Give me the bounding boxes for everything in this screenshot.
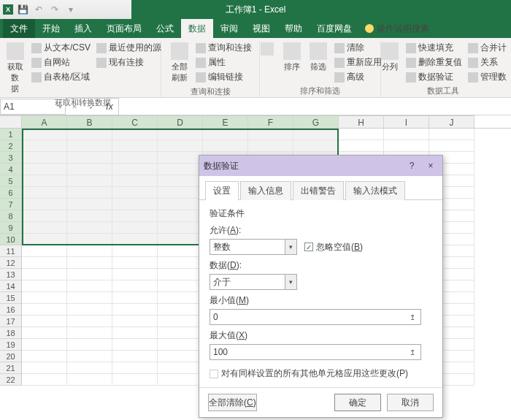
text-to-columns-button[interactable]: 分列	[378, 41, 402, 74]
row-header[interactable]: 12	[0, 257, 22, 269]
tab-input-message[interactable]: 输入信息	[240, 181, 291, 200]
edit-links-button[interactable]: 编辑链接	[194, 70, 253, 84]
cell[interactable]	[384, 129, 429, 140]
from-csv-button[interactable]: 从文本/CSV	[30, 41, 92, 55]
tell-me[interactable]: 操作说明搜索	[359, 19, 435, 38]
cell[interactable]	[158, 152, 203, 164]
col-header[interactable]: F	[248, 115, 293, 128]
range-picker-icon[interactable]: ↥	[407, 348, 418, 356]
row-header[interactable]: 7	[0, 199, 22, 210]
cell[interactable]	[22, 257, 67, 269]
cell[interactable]	[384, 140, 429, 152]
cell[interactable]	[22, 304, 67, 316]
undo-icon[interactable]: ↶	[32, 3, 45, 16]
from-web-button[interactable]: 自网站	[30, 56, 92, 69]
max-input[interactable]: 100↥	[210, 344, 421, 360]
cell[interactable]	[112, 280, 158, 292]
row-header[interactable]: 5	[0, 175, 22, 187]
cell[interactable]	[67, 210, 112, 222]
cell[interactable]	[112, 140, 158, 152]
cell[interactable]	[158, 234, 203, 245]
cell[interactable]	[67, 292, 112, 304]
cell[interactable]	[112, 199, 158, 210]
tab-data[interactable]: 数据	[181, 19, 213, 38]
advanced-button[interactable]: 高级	[333, 70, 383, 84]
cell[interactable]	[112, 362, 158, 374]
row-header[interactable]: 4	[0, 164, 22, 175]
data-select[interactable]: 介于▾	[210, 274, 297, 290]
cell[interactable]	[22, 164, 67, 175]
flash-fill-button[interactable]: 快速填充	[404, 41, 464, 55]
min-input[interactable]: 0↥	[210, 309, 421, 325]
cell[interactable]	[67, 351, 112, 362]
cell[interactable]	[158, 199, 203, 210]
chevron-down-icon[interactable]: ▾	[285, 275, 296, 289]
cell[interactable]	[22, 245, 67, 257]
queries-button[interactable]: 查询和连接	[194, 41, 253, 55]
col-header[interactable]: B	[67, 115, 112, 128]
cell[interactable]	[67, 222, 112, 234]
cell[interactable]	[158, 140, 203, 152]
data-validation-button[interactable]: 数据验证	[404, 70, 464, 84]
cell[interactable]	[67, 257, 112, 269]
dialog-help-button[interactable]: ?	[404, 161, 419, 171]
cell[interactable]	[339, 129, 384, 140]
cancel-formula-icon[interactable]: ×	[66, 99, 83, 115]
cell[interactable]	[22, 222, 67, 234]
cell[interactable]	[203, 140, 248, 152]
cell[interactable]	[112, 234, 158, 245]
col-header[interactable]: A	[22, 115, 67, 128]
cell[interactable]	[112, 129, 158, 140]
clear-all-button[interactable]: 全部清除(C)	[208, 394, 257, 411]
cell[interactable]	[22, 140, 67, 152]
recent-sources-button[interactable]: 最近使用的源	[95, 41, 163, 55]
row-header[interactable]: 19	[0, 339, 22, 351]
row-header[interactable]: 11	[0, 245, 22, 257]
remove-dup-button[interactable]: 删除重复值	[404, 56, 464, 69]
col-header[interactable]: E	[203, 115, 248, 128]
cell[interactable]	[158, 175, 203, 187]
dialog-close-button[interactable]: ×	[423, 161, 438, 171]
cell[interactable]	[158, 245, 203, 257]
tab-file[interactable]: 文件	[3, 19, 35, 38]
col-header[interactable]: G	[293, 115, 339, 128]
qat-customize-icon[interactable]: ▾	[64, 3, 77, 16]
from-table-button[interactable]: 自表格/区域	[30, 70, 92, 84]
reapply-button[interactable]: 重新应用	[333, 56, 383, 69]
tab-layout[interactable]: 页面布局	[99, 19, 149, 38]
cell[interactable]	[112, 210, 158, 222]
redo-icon[interactable]: ↷	[48, 3, 61, 16]
col-header[interactable]: J	[429, 115, 474, 128]
row-header[interactable]: 9	[0, 222, 22, 234]
cell[interactable]	[67, 175, 112, 187]
cell[interactable]	[293, 140, 339, 152]
cell[interactable]	[112, 327, 158, 339]
cell[interactable]	[158, 269, 203, 280]
cell[interactable]	[112, 222, 158, 234]
tab-view[interactable]: 视图	[245, 19, 277, 38]
tab-formulas[interactable]: 公式	[149, 19, 181, 38]
chevron-down-icon[interactable]: ▾	[58, 103, 62, 110]
cell[interactable]	[67, 234, 112, 245]
cell[interactable]	[248, 129, 293, 140]
row-header[interactable]: 21	[0, 362, 22, 374]
cell[interactable]	[22, 199, 67, 210]
cell[interactable]	[158, 327, 203, 339]
cell[interactable]	[67, 327, 112, 339]
cell[interactable]	[67, 245, 112, 257]
cell[interactable]	[248, 140, 293, 152]
cell[interactable]	[158, 222, 203, 234]
cell[interactable]	[158, 316, 203, 327]
sort-asc-button[interactable]	[257, 41, 277, 58]
allow-select[interactable]: 整数▾	[210, 239, 297, 255]
manage-model-button[interactable]: 管理数	[466, 70, 508, 84]
cell[interactable]	[67, 199, 112, 210]
apply-others-checkbox[interactable]: 对有同样设置的所有其他单元格应用这些更改(P)	[210, 367, 432, 380]
cell[interactable]	[22, 187, 67, 199]
dialog-titlebar[interactable]: 数据验证 ? ×	[199, 156, 442, 176]
cell[interactable]	[112, 292, 158, 304]
cell[interactable]	[22, 327, 67, 339]
cell[interactable]	[112, 245, 158, 257]
name-box[interactable]: A1▾	[0, 99, 66, 115]
cell[interactable]	[429, 129, 474, 140]
